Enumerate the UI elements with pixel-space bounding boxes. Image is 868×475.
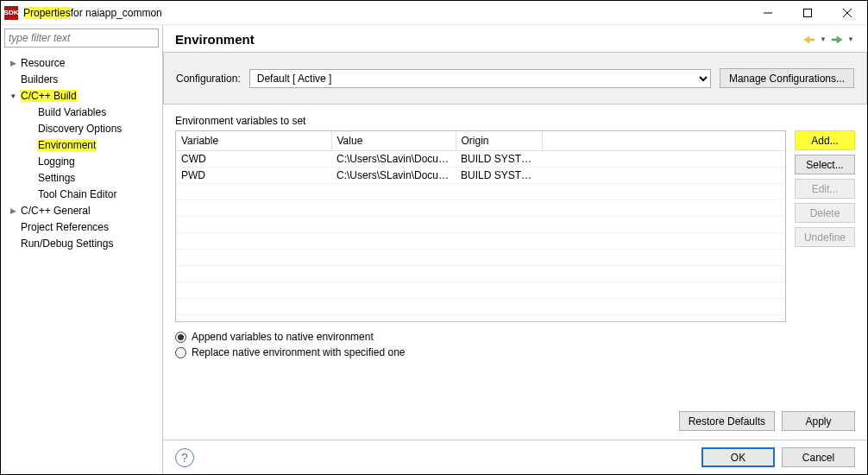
nav-history-toolbar: ▼ ▼: [802, 33, 855, 47]
svg-rect-1: [804, 9, 812, 16]
tree-item-settings[interactable]: Settings: [1, 169, 162, 186]
page-title: Environment: [175, 32, 802, 47]
table-row[interactable]: CWD C:\Users\SLavin\Docum... BUILD SYSTE…: [176, 151, 785, 168]
help-icon[interactable]: ?: [175, 448, 194, 467]
tree-item-builders[interactable]: ▶ Builders: [1, 71, 162, 87]
category-sidebar: ▶ Resource ▶ Builders ▾ C/C++ Build Buil…: [1, 25, 163, 474]
col-origin[interactable]: Origin: [456, 131, 542, 151]
select-button[interactable]: Select...: [795, 155, 855, 174]
maximize-button[interactable]: [788, 1, 827, 25]
edit-button: Edit...: [795, 179, 855, 199]
radio-replace[interactable]: Replace native environment with specifie…: [175, 346, 855, 358]
tree-item-build-variables[interactable]: Build Variables: [1, 104, 162, 120]
titlebar: SDK Properties for naiapp_common: [1, 1, 867, 25]
ok-button[interactable]: OK: [701, 447, 775, 467]
table-row[interactable]: PWD C:\Users\SLavin\Docum... BUILD SYSTE…: [176, 168, 785, 184]
forward-dropdown-icon[interactable]: ▼: [846, 33, 855, 47]
tree-item-discovery-options[interactable]: Discovery Options: [1, 120, 162, 136]
configuration-label: Configuration:: [176, 73, 241, 85]
tree-item-tool-chain-editor[interactable]: Tool Chain Editor: [1, 186, 162, 202]
chevron-right-icon: ▶: [6, 204, 20, 218]
filter-input[interactable]: [4, 28, 159, 48]
col-variable[interactable]: Variable: [176, 131, 331, 151]
category-tree: ▶ Resource ▶ Builders ▾ C/C++ Build Buil…: [1, 51, 162, 251]
radio-unchecked-icon: [175, 347, 186, 358]
sdk-app-icon: SDK: [4, 6, 18, 20]
forward-arrow-icon[interactable]: [829, 33, 845, 47]
tree-item-ccpp-general[interactable]: ▶ C/C++ General: [1, 202, 162, 218]
undefine-button: Undefine: [795, 227, 855, 247]
tree-item-logging[interactable]: Logging: [1, 153, 162, 169]
tree-item-run-debug-settings[interactable]: ▶ Run/Debug Settings: [1, 235, 162, 251]
manage-configurations-button[interactable]: Manage Configurations...: [720, 68, 854, 88]
chevron-down-icon: ▾: [6, 89, 20, 103]
restore-defaults-button[interactable]: Restore Defaults: [679, 411, 775, 431]
title-suffix: for naiapp_common: [71, 7, 162, 19]
env-vars-caption: Environment variables to set: [175, 115, 855, 127]
content-pane: Environment ▼ ▼ Configuration: Default […: [163, 25, 867, 474]
table-side-buttons: Add... Select... Edit... Delete Undefine: [795, 130, 855, 322]
radio-append[interactable]: Append variables to native environment: [175, 331, 855, 343]
dialog-footer: ? OK Cancel: [163, 440, 867, 474]
title-prefix: Properties: [23, 7, 71, 19]
tree-item-environment[interactable]: Environment: [1, 136, 162, 153]
minimize-button[interactable]: [748, 1, 788, 25]
col-spacer: [542, 131, 785, 151]
radio-checked-icon: [175, 332, 186, 343]
delete-button: Delete: [795, 203, 855, 223]
back-arrow-icon[interactable]: [802, 33, 817, 47]
tree-item-resource[interactable]: ▶ Resource: [1, 54, 162, 71]
properties-dialog: SDK Properties for naiapp_common ▶ Resou…: [0, 0, 868, 475]
apply-button[interactable]: Apply: [782, 411, 855, 431]
configuration-bar: Configuration: Default [ Active ] Manage…: [163, 53, 867, 104]
env-mode-radios: Append variables to native environment R…: [175, 322, 855, 362]
configuration-select[interactable]: Default [ Active ]: [249, 69, 711, 88]
env-vars-table[interactable]: Variable Value Origin CWD C:\Users\SLavi…: [175, 130, 786, 322]
cancel-button[interactable]: Cancel: [782, 447, 855, 467]
back-dropdown-icon[interactable]: ▼: [819, 33, 827, 47]
chevron-right-icon: ▶: [6, 56, 20, 70]
window-title: Properties for naiapp_common: [23, 7, 162, 19]
add-button[interactable]: Add...: [795, 130, 855, 150]
col-value[interactable]: Value: [331, 131, 456, 151]
tree-item-ccpp-build[interactable]: ▾ C/C++ Build: [1, 87, 162, 104]
tree-item-project-references[interactable]: ▶ Project References: [1, 218, 162, 235]
close-button[interactable]: [827, 1, 867, 25]
